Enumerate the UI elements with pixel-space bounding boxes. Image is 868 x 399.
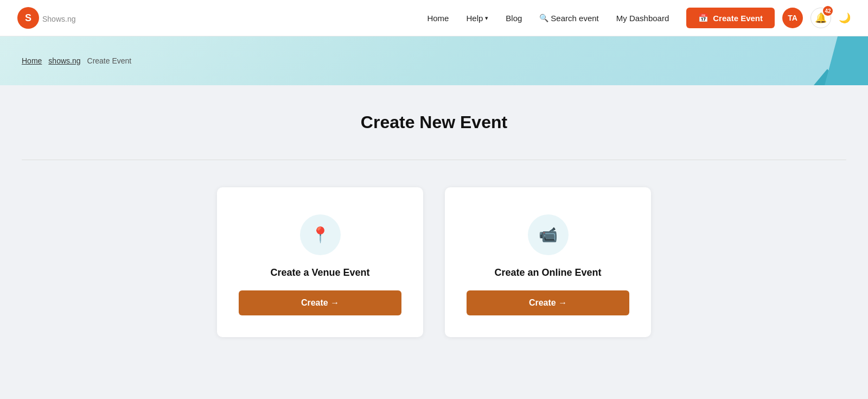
online-icon-circle: 📹 <box>528 214 569 255</box>
chevron-down-icon: ▾ <box>485 15 488 22</box>
nav-home[interactable]: Home <box>427 14 449 23</box>
header-actions: 📅 Create Event TA 🔔 42 🌙 <box>686 8 851 28</box>
calendar-icon: 📅 <box>698 13 709 23</box>
nav-help[interactable]: Help ▾ <box>466 14 488 23</box>
online-card-title: Create an Online Event <box>494 267 601 278</box>
breadcrumb-banner: Home shows.ng Create Event <box>0 36 868 85</box>
logo[interactable]: S Shows.ng <box>17 7 76 29</box>
nav-search-event[interactable]: 🔍 Search event <box>539 14 598 23</box>
main-content: Create New Event 📍 Create a Venue Event … <box>0 85 868 399</box>
location-pin-icon: 📍 <box>311 226 330 244</box>
online-event-card[interactable]: 📹 Create an Online Event Create → <box>445 187 651 337</box>
header: S Shows.ng Home Help ▾ Blog 🔍 Search eve… <box>0 0 868 36</box>
venue-create-button[interactable]: Create → <box>239 290 401 315</box>
breadcrumb-home[interactable]: Home <box>22 56 42 65</box>
breadcrumb: Home shows.ng Create Event <box>22 56 131 65</box>
search-icon: 🔍 <box>539 14 548 22</box>
notifications-button[interactable]: 🔔 42 <box>810 8 831 28</box>
video-camera-icon: 📹 <box>539 226 558 244</box>
event-type-cards: 📍 Create a Venue Event Create → 📹 Create… <box>163 187 705 337</box>
main-nav: Home Help ▾ Blog 🔍 Search event My Dashb… <box>427 14 669 23</box>
venue-event-card[interactable]: 📍 Create a Venue Event Create → <box>217 187 423 337</box>
venue-icon-circle: 📍 <box>300 214 341 255</box>
create-event-button[interactable]: 📅 Create Event <box>686 8 775 28</box>
nav-blog[interactable]: Blog <box>506 14 522 23</box>
page-title: Create New Event <box>22 112 846 132</box>
chevron-down-icon <box>800 28 804 31</box>
logo-icon: S <box>17 7 39 29</box>
avatar-button[interactable]: TA <box>782 8 803 28</box>
brand-name: Shows.ng <box>42 12 76 24</box>
breadcrumb-current: Create Event <box>87 56 132 65</box>
nav-my-dashboard[interactable]: My Dashboard <box>616 14 669 23</box>
venue-card-title: Create a Venue Event <box>270 267 369 278</box>
dark-mode-toggle[interactable]: 🌙 <box>839 12 851 24</box>
notification-badge: 42 <box>823 6 833 16</box>
breadcrumb-site[interactable]: shows.ng <box>48 56 80 65</box>
online-create-button[interactable]: Create → <box>467 290 629 315</box>
title-divider <box>22 160 846 160</box>
